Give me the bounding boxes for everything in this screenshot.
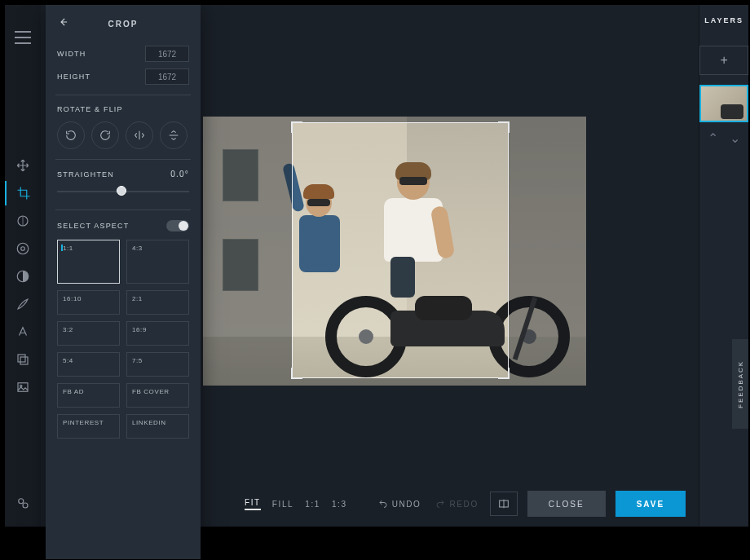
aspect-fb-cover[interactable]: FB COVER <box>126 383 189 408</box>
crop-panel: CROP WIDTH HEIGHT ROTATE & FLIP STRAIGHT… <box>46 5 201 559</box>
svg-rect-5 <box>20 357 28 364</box>
redo-button[interactable]: REDO <box>435 499 478 509</box>
aspect-4-3[interactable]: 4:3 <box>126 240 189 284</box>
exposure-tool[interactable] <box>5 209 41 233</box>
settings-tool[interactable] <box>5 236 41 261</box>
aspect-2-1[interactable]: 2:1 <box>126 290 189 315</box>
straighten-slider[interactable] <box>57 183 189 200</box>
aspect-16-9[interactable]: 16:9 <box>126 321 189 346</box>
width-input[interactable] <box>145 46 189 62</box>
layer-thumbnail[interactable] <box>699 85 748 122</box>
add-layer-button[interactable]: + <box>699 46 748 75</box>
feedback-tab[interactable]: FEEDBACK <box>732 339 748 429</box>
canvas-image[interactable] <box>203 117 586 386</box>
rotate-cw-icon[interactable] <box>91 121 119 149</box>
close-button[interactable]: CLOSE <box>527 491 606 517</box>
straighten-value: 0.0° <box>170 170 189 179</box>
aspect-fb-ad[interactable]: FB AD <box>57 383 120 408</box>
svg-point-9 <box>23 503 28 508</box>
aspect-5-4[interactable]: 5:4 <box>57 352 120 377</box>
svg-point-8 <box>19 499 24 504</box>
layers-tool[interactable] <box>5 347 41 372</box>
compare-icon[interactable] <box>490 492 518 516</box>
straighten-label: STRAIGHTEN <box>57 170 114 179</box>
height-input[interactable] <box>145 68 189 85</box>
panel-title: CROP <box>108 20 139 29</box>
aspect-1-1[interactable]: 1:1 <box>57 240 120 284</box>
tool-rail <box>5 5 41 527</box>
undo-label: UNDO <box>392 500 421 509</box>
zoom-1-3[interactable]: 1:3 <box>332 500 347 509</box>
width-label: WIDTH <box>57 50 86 58</box>
move-tool[interactable] <box>5 153 41 178</box>
layers-panel: LAYERS + ⌃ ⌄ FEEDBACK <box>699 5 748 527</box>
image-tool[interactable] <box>5 375 41 399</box>
aspect-16-10[interactable]: 16:10 <box>57 290 120 315</box>
menu-icon[interactable] <box>15 31 31 44</box>
aspect-3-2[interactable]: 3:2 <box>57 321 120 346</box>
brush-tool[interactable] <box>5 292 41 316</box>
svg-point-2 <box>17 243 29 254</box>
svg-rect-6 <box>18 383 28 392</box>
zoom-fill[interactable]: FILL <box>272 500 293 509</box>
undo-button[interactable]: UNDO <box>378 499 421 509</box>
redo-label: REDO <box>449 500 478 509</box>
preferences-icon[interactable] <box>5 491 41 515</box>
app-frame: CROP WIDTH HEIGHT ROTATE & FLIP STRAIGHT… <box>5 5 745 527</box>
crop-tool[interactable] <box>5 181 41 205</box>
zoom-1-1[interactable]: 1:1 <box>305 500 320 509</box>
select-aspect-label: SELECT ASPECT <box>57 222 129 230</box>
aspect-grid: 1:1 4:3 16:10 2:1 3:2 16:9 5:4 7:5 FB AD… <box>57 240 189 439</box>
aspect-linkedin[interactable]: LINKEDIN <box>126 414 189 439</box>
aspect-lock-toggle[interactable] <box>166 220 189 231</box>
rotate-flip-label: ROTATE & FLIP <box>57 105 189 113</box>
aspect-7-5[interactable]: 7:5 <box>126 352 189 377</box>
layer-up-icon[interactable]: ⌃ <box>708 130 718 146</box>
svg-rect-4 <box>18 355 25 362</box>
layers-title: LAYERS <box>704 16 743 24</box>
rotate-ccw-icon[interactable] <box>57 121 85 149</box>
flip-vertical-icon[interactable] <box>160 121 188 149</box>
layer-down-icon[interactable]: ⌄ <box>730 130 740 146</box>
back-arrow-icon[interactable] <box>57 16 70 29</box>
svg-point-1 <box>21 247 25 251</box>
crop-selection[interactable] <box>293 123 508 377</box>
text-tool[interactable] <box>5 320 41 344</box>
height-label: HEIGHT <box>57 73 90 81</box>
save-button[interactable]: SAVE <box>615 491 686 517</box>
flip-horizontal-icon[interactable] <box>126 121 153 149</box>
contrast-tool[interactable] <box>5 264 41 289</box>
aspect-pinterest[interactable]: PINTEREST <box>57 414 120 439</box>
zoom-fit[interactable]: FIT <box>245 498 261 510</box>
